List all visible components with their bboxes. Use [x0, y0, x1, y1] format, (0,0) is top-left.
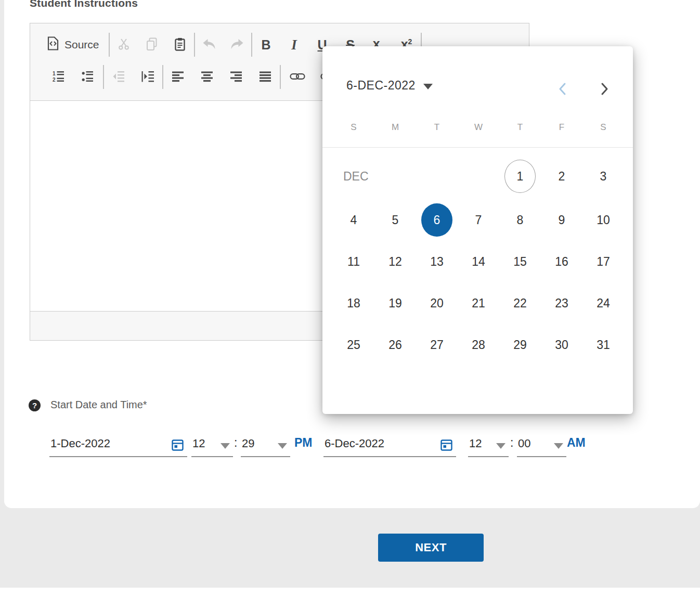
- calendar-day-30[interactable]: 30: [546, 328, 577, 361]
- cut-button: [110, 33, 138, 56]
- justify-icon: [259, 70, 271, 84]
- undo-icon: [202, 38, 216, 51]
- calendar-day-24[interactable]: 24: [588, 287, 619, 320]
- calendar-day-7[interactable]: 7: [463, 203, 494, 237]
- calendar-day-18[interactable]: 18: [338, 287, 369, 320]
- calendar-day-3[interactable]: 3: [588, 160, 619, 193]
- chevron-down-icon: [496, 443, 505, 449]
- start-meridiem-toggle[interactable]: PM: [294, 436, 313, 450]
- start-hour-select[interactable]: 12: [191, 433, 233, 457]
- calendar-day-31[interactable]: 31: [588, 328, 619, 361]
- calendar-day-29[interactable]: 29: [504, 328, 536, 361]
- chevron-right-icon: [599, 90, 610, 98]
- bullet-list-button[interactable]: [74, 66, 103, 88]
- start-date-input[interactable]: 1-Dec-2022: [49, 433, 187, 457]
- month-year-dropdown[interactable]: 6-DEC-2022: [346, 79, 433, 93]
- calendar-day-14[interactable]: 14: [463, 245, 494, 278]
- end-hour-select[interactable]: 12: [468, 433, 509, 457]
- align-left-button[interactable]: [163, 66, 192, 88]
- weekday-label: T: [504, 122, 536, 133]
- end-meridiem-toggle[interactable]: AM: [567, 436, 586, 450]
- bold-button[interactable]: B: [252, 33, 280, 56]
- calendar-day-22[interactable]: 22: [504, 287, 536, 320]
- undo-button: [195, 33, 223, 56]
- decrease-indent-icon: [112, 70, 125, 84]
- weekday-label: F: [546, 122, 577, 133]
- source-icon: [47, 36, 59, 53]
- chevron-left-icon: [558, 90, 568, 98]
- calendar-day-26[interactable]: 26: [380, 328, 411, 361]
- calendar-day-17[interactable]: 17: [588, 245, 619, 278]
- calendar-day-19[interactable]: 19: [380, 287, 411, 320]
- weekday-label: M: [380, 122, 411, 133]
- italic-button[interactable]: I: [280, 33, 308, 56]
- help-icon[interactable]: ?: [29, 399, 41, 411]
- svg-text:2: 2: [53, 77, 56, 83]
- calendar-day-16[interactable]: 16: [546, 245, 577, 278]
- calendar-icon[interactable]: [440, 437, 453, 458]
- next-month-button[interactable]: [599, 82, 610, 98]
- decrease-indent-button: [104, 66, 133, 88]
- redo-icon: [230, 38, 244, 51]
- italic-icon: I: [291, 38, 297, 52]
- calendar-day-27[interactable]: 27: [421, 328, 452, 361]
- start-hour-value: 12: [191, 437, 205, 450]
- bottom-strip: [0, 588, 700, 596]
- end-minute-select[interactable]: 00: [517, 433, 566, 457]
- svg-text:1: 1: [53, 70, 56, 76]
- copy-icon: [146, 37, 158, 53]
- calendar-day-1[interactable]: 1: [504, 160, 536, 193]
- next-button[interactable]: NEXT: [378, 534, 484, 562]
- calendar-day-25[interactable]: 25: [338, 328, 369, 361]
- paste-button[interactable]: [166, 33, 194, 56]
- align-center-button[interactable]: [192, 66, 222, 88]
- calendar-day-8[interactable]: 8: [504, 203, 536, 237]
- increase-indent-icon: [141, 70, 154, 84]
- date-picker-popup: 6-DEC-2022 SMTWTFSDEC1234567891011121314…: [322, 46, 633, 414]
- align-left-icon: [172, 70, 184, 84]
- time-separator: :: [510, 436, 513, 450]
- calendar-divider: [322, 147, 633, 148]
- align-right-button[interactable]: [222, 66, 251, 88]
- start-date-time-label: Start Date and Time*: [50, 399, 147, 411]
- calendar-day-5[interactable]: 5: [380, 203, 411, 237]
- start-date-value: 1-Dec-2022: [49, 437, 110, 450]
- calendar-day-4[interactable]: 4: [338, 203, 369, 237]
- align-right-icon: [230, 70, 242, 84]
- calendar-day-10[interactable]: 10: [588, 203, 619, 237]
- time-separator: :: [234, 436, 237, 450]
- weekday-label: T: [421, 122, 452, 133]
- calendar-day-9[interactable]: 9: [546, 203, 577, 237]
- increase-indent-button[interactable]: [133, 66, 162, 88]
- chevron-down-icon: [278, 443, 287, 449]
- chevron-down-icon: [423, 84, 433, 89]
- calendar-day-21[interactable]: 21: [463, 287, 494, 320]
- start-minute-select[interactable]: 29: [241, 433, 290, 457]
- calendar-day-15[interactable]: 15: [504, 245, 536, 278]
- calendar-day-23[interactable]: 23: [546, 287, 577, 320]
- end-hour-value: 12: [468, 437, 482, 450]
- bullet-list-icon: [82, 70, 95, 84]
- link-icon: [290, 70, 305, 84]
- numbered-list-button[interactable]: 12: [45, 66, 74, 88]
- link-button[interactable]: [281, 66, 314, 88]
- numbered-list-icon: 12: [53, 70, 66, 84]
- calendar-day-11[interactable]: 11: [338, 245, 369, 278]
- calendar-day-6[interactable]: 6: [421, 203, 452, 237]
- end-minute-value: 00: [517, 437, 530, 450]
- calendar-day-20[interactable]: 20: [421, 287, 452, 320]
- end-date-input[interactable]: 6-Dec-2022: [323, 433, 456, 457]
- end-date-value: 6-Dec-2022: [323, 437, 384, 450]
- source-button-label: Source: [64, 38, 99, 51]
- calendar-icon[interactable]: [171, 437, 184, 458]
- calendar-day-12[interactable]: 12: [380, 245, 411, 278]
- weekday-label: S: [588, 122, 619, 133]
- justify-button[interactable]: [251, 66, 280, 88]
- previous-month-button[interactable]: [558, 82, 568, 98]
- calendar-day-13[interactable]: 13: [421, 245, 452, 278]
- calendar-day-2[interactable]: 2: [546, 160, 577, 193]
- calendar-day-28[interactable]: 28: [463, 328, 494, 361]
- scissors-icon: [118, 38, 130, 52]
- calendar-month-label: DEC: [343, 160, 387, 193]
- source-button[interactable]: Source: [45, 33, 109, 56]
